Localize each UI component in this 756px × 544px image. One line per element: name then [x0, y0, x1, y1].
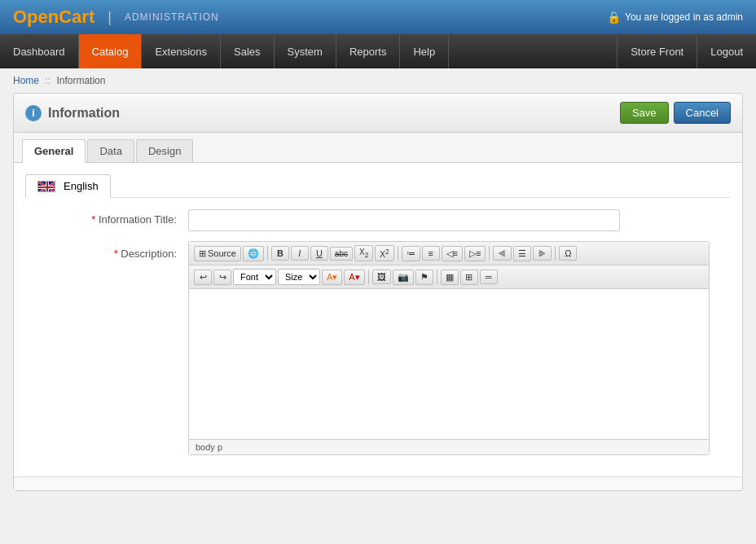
cancel-button[interactable]: Cancel	[674, 102, 731, 124]
rte-indent-btn[interactable]: ▷≡	[464, 246, 486, 261]
description-label-text: Description:	[121, 248, 177, 260]
rte-italic-btn[interactable]: I	[291, 246, 309, 261]
tab-data[interactable]: Data	[87, 139, 134, 162]
table2-icon: ⊞	[465, 272, 472, 283]
description-label: * Description:	[25, 241, 188, 260]
breadcrumb-separator: ::	[45, 75, 51, 86]
media-icon: 📷	[398, 272, 409, 283]
content: i Information Save Cancel General Data D…	[0, 93, 756, 504]
info-icon: i	[25, 105, 42, 121]
nav-logout[interactable]: Logout	[697, 34, 756, 68]
nav-help[interactable]: Help	[400, 34, 449, 68]
nav-dashboard[interactable]: Dashboard	[0, 34, 79, 68]
panel-header: i Information Save Cancel	[14, 94, 742, 133]
nav-reports[interactable]: Reports	[336, 34, 401, 68]
flag-svg	[38, 182, 55, 192]
tab-content-general: English * Information Title: * Descripti…	[14, 163, 742, 476]
rte-align-left-btn[interactable]: ⫷	[493, 246, 512, 261]
required-mark2: *	[114, 248, 118, 260]
rte-sep3	[489, 246, 490, 261]
rte-redo-btn[interactable]: ↪	[213, 270, 231, 285]
english-flag	[37, 181, 55, 192]
logo-brand: OpenCart	[13, 7, 94, 27]
rte-font-select[interactable]: Font	[233, 269, 276, 285]
nav-extensions[interactable]: Extensions	[142, 34, 221, 68]
nav-storefront[interactable]: Store Front	[617, 34, 697, 68]
form-row-description: * Description: ⊞ Source 🌐 B	[25, 241, 731, 455]
rte-source-btn[interactable]: ⊞ Source	[194, 246, 241, 261]
rte-flag-btn[interactable]: ⚑	[415, 270, 433, 285]
navbar-right: Store Front Logout	[617, 34, 756, 68]
header-right: 🔒 You are logged in as admin	[607, 11, 743, 24]
breadcrumb: Home :: Information	[0, 68, 756, 93]
panel-footer	[14, 476, 742, 490]
rte-table-btn[interactable]: ▦	[441, 270, 459, 285]
rte-ul-btn[interactable]: ≡	[422, 246, 440, 261]
color1-icon: A▾	[327, 272, 337, 283]
hr-icon: ═	[486, 272, 492, 282]
info-title-label: * Information Title:	[25, 209, 188, 226]
navbar: Dashboard Catalog Extensions Sales Syste…	[0, 34, 756, 68]
lang-tab-english[interactable]: English	[25, 174, 111, 198]
rte-size-select[interactable]: Size	[278, 269, 320, 285]
required-mark: *	[91, 213, 95, 226]
rte-img-btn[interactable]: 🖼	[372, 270, 391, 284]
rte-sep5	[368, 270, 369, 284]
panel-title-text: Information	[48, 106, 120, 121]
rte-undo-btn[interactable]: ↩	[194, 270, 212, 285]
strike-text: abc	[335, 249, 348, 258]
tab-general[interactable]: General	[22, 139, 86, 163]
rte-outdent-btn[interactable]: ◁≡	[442, 246, 463, 261]
rte-color2-btn[interactable]: A▾	[344, 270, 364, 285]
rte-sep4	[555, 246, 556, 261]
rte-ol-btn[interactable]: ≔	[402, 246, 420, 261]
admin-label: ADMINISTRATION	[125, 11, 219, 23]
align-center-icon: ☰	[518, 248, 526, 259]
lock-icon: 🔒	[607, 11, 621, 24]
logo: OpenCart	[13, 7, 94, 28]
rte-superscript-btn[interactable]: X2	[375, 245, 393, 261]
panel-title: i Information	[25, 105, 120, 121]
user-status: You are logged in as admin	[625, 11, 743, 23]
header-left: OpenCart | ADMINISTRATION	[13, 7, 219, 28]
nav-catalog[interactable]: Catalog	[79, 34, 143, 68]
lang-tabs: English	[25, 174, 731, 198]
flag-icon: ⚑	[420, 272, 429, 283]
rte-media-btn[interactable]: 📷	[393, 270, 414, 285]
info-title-input[interactable]	[188, 209, 620, 231]
nav-system[interactable]: System	[275, 34, 336, 68]
ul-icon: ≡	[428, 248, 433, 258]
rte-sep1	[267, 246, 268, 261]
save-button[interactable]: Save	[620, 102, 669, 124]
header: OpenCart | ADMINISTRATION 🔒 You are logg…	[0, 0, 756, 34]
redo-icon: ↪	[219, 272, 226, 283]
rte-content-area[interactable]	[189, 289, 709, 440]
tabs-row: General Data Design	[14, 133, 742, 163]
nav-sales[interactable]: Sales	[221, 34, 275, 68]
lang-tab-label: English	[64, 180, 99, 192]
rte-globe-btn[interactable]: 🌐	[243, 246, 264, 261]
rte-strike-btn[interactable]: abc	[330, 247, 353, 261]
image-icon: 🖼	[377, 272, 386, 282]
info-title-label-text: Information Title:	[99, 213, 177, 226]
color2-icon: A▾	[349, 272, 359, 283]
rte-align-right-btn[interactable]: ⫸	[533, 246, 552, 261]
rte-toolbar2: ↩ ↪ Font Size A▾ A▾ 🖼 📷 ⚑	[189, 265, 709, 289]
breadcrumb-home[interactable]: Home	[13, 75, 39, 86]
rte-sep6	[437, 270, 437, 284]
source-icon: ⊞	[199, 248, 206, 259]
rte-align-center-btn[interactable]: ☰	[513, 246, 531, 261]
rte-color1-btn[interactable]: A▾	[322, 270, 342, 285]
ol-icon: ≔	[407, 248, 415, 259]
rte-table2-btn[interactable]: ⊞	[460, 270, 478, 285]
rte-sep2	[398, 246, 398, 261]
align-left-icon: ⫷	[498, 248, 507, 258]
breadcrumb-current: Information	[56, 75, 105, 86]
tab-design[interactable]: Design	[136, 139, 193, 162]
rte-underline-btn[interactable]: U	[310, 246, 328, 261]
rte-omega-btn[interactable]: Ω	[559, 246, 577, 261]
form-row-info-title: * Information Title:	[25, 209, 731, 231]
rte-bold-btn[interactable]: B	[271, 246, 289, 261]
rte-hr-btn[interactable]: ═	[480, 270, 498, 284]
rte-subscript-btn[interactable]: X2	[354, 245, 373, 261]
